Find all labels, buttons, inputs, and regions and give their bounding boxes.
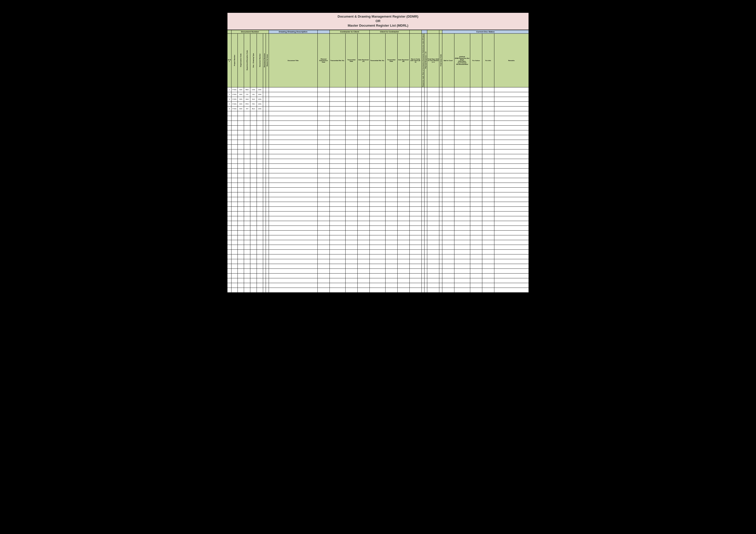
table-cell [250,149,256,154]
table-cell [454,192,470,197]
table-cell [421,221,424,226]
table-cell [250,145,256,149]
table-cell [238,154,244,159]
table-cell [427,135,439,140]
table-cell [397,283,409,288]
table-row [228,173,529,178]
table-cell [397,149,409,154]
table-cell [369,111,385,116]
table-cell [369,240,385,245]
table-cell [238,264,244,269]
table-cell [357,264,369,269]
table-cell [250,264,256,269]
table-cell [442,273,454,278]
table-cell [266,159,269,164]
table-cell [470,140,482,145]
table-cell [442,183,454,188]
table-cell [494,269,528,273]
table-cell [397,259,409,264]
table-cell [317,135,330,140]
table-row: 5P-001IIDSINTBLD1001 [228,107,529,111]
table-cell [345,126,357,130]
table-cell [266,221,269,226]
table-cell [269,235,317,240]
table-row: 2P-001IIDSCIVCAL1001 [228,92,529,97]
table-cell [345,202,357,207]
table-cell [269,159,317,164]
table-cell [244,269,250,273]
table-cell [330,173,345,178]
table-row [228,221,529,226]
table-cell [442,88,454,92]
table-cell [345,259,357,264]
table-row [228,149,529,154]
table-cell [238,178,244,183]
table-cell [442,192,454,197]
table-cell [385,231,397,235]
table-cell [494,283,528,288]
table-cell [256,168,263,173]
table-cell [256,269,263,273]
table-cell [228,216,231,221]
table-cell [330,192,345,197]
table-cell [269,226,317,231]
table-cell [345,173,357,178]
table-cell [421,278,424,283]
table-cell [231,273,238,278]
table-row [228,216,529,221]
table-cell [263,121,266,126]
table-cell [263,92,266,97]
table-cell [385,121,397,126]
table-cell [357,178,369,183]
table-cell [317,164,330,168]
table-cell [421,231,424,235]
table-cell [266,245,269,250]
table-cell [238,168,244,173]
table-cell [470,216,482,221]
table-cell [228,226,231,231]
table-cell [454,240,470,245]
table-cell [494,254,528,259]
table-cell [470,178,482,183]
table-cell [269,283,317,288]
table-cell [421,240,424,245]
table-cell [442,154,454,159]
table-cell [494,221,528,226]
table-cell [442,145,454,149]
table-cell [439,197,442,202]
table-cell [439,183,442,188]
table-cell [269,221,317,226]
table-cell [454,288,470,292]
table-cell [442,116,454,121]
table-cell [482,121,494,126]
table-cell [269,168,317,173]
table-cell [369,92,385,97]
table-cell [409,178,421,183]
table-cell [317,192,330,197]
table-cell [454,226,470,231]
table-cell: 4 [228,102,231,107]
table-cell [269,164,317,168]
table-cell [317,259,330,264]
table-cell [330,102,345,107]
table-cell [269,135,317,140]
table-cell [397,111,409,116]
table-cell [494,154,528,159]
table-cell [266,278,269,283]
table-cell: 1001 [256,97,263,102]
table-cell [494,102,528,107]
table-cell [442,231,454,235]
table-row [228,178,529,183]
table-cell [424,135,427,140]
table-cell [427,178,439,183]
table-cell [266,97,269,102]
table-cell [439,121,442,126]
table-cell [357,130,369,135]
table-cell [228,173,231,178]
table-cell [250,140,256,145]
table-cell [263,154,266,159]
table-row [228,126,529,130]
table-cell [231,235,238,240]
table-cell [397,159,409,164]
table-cell [424,92,427,97]
